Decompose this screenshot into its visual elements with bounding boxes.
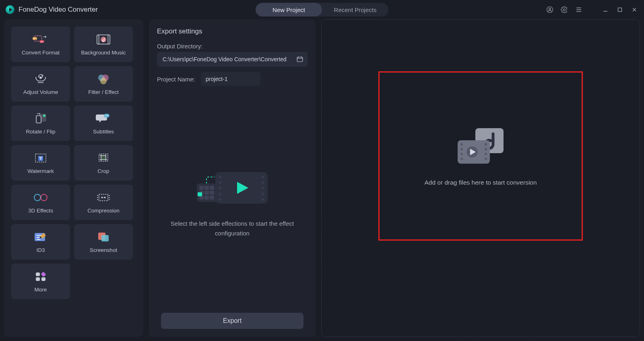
effect-preview-icon xyxy=(192,161,272,209)
svg-point-73 xyxy=(485,143,487,146)
tool-subtitles[interactable]: Subtitles xyxy=(74,106,133,141)
tool-screenshot[interactable]: Screenshot xyxy=(74,224,133,260)
more-icon xyxy=(33,270,49,283)
close-icon[interactable] xyxy=(630,6,638,14)
id3-icon xyxy=(33,231,49,243)
svg-point-71 xyxy=(460,153,463,155)
dropzone-panel[interactable]: Add or drag files here to start conversi… xyxy=(321,19,640,337)
svg-point-72 xyxy=(460,158,463,160)
svg-point-54 xyxy=(262,193,264,195)
svg-point-69 xyxy=(460,143,463,146)
convert-format-icon: MP4 AVI xyxy=(33,33,49,46)
adjust-volume-icon xyxy=(33,73,49,85)
dropzone-highlight-box: Add or drag files here to start conversi… xyxy=(378,71,583,241)
tool-label: Crop xyxy=(97,168,109,174)
svg-rect-65 xyxy=(210,195,214,200)
tool-crop[interactable]: Crop xyxy=(74,145,133,181)
menu-icon[interactable] xyxy=(575,6,583,14)
tool-label: Background Music xyxy=(81,50,126,56)
project-name-input[interactable] xyxy=(201,72,260,86)
svg-point-49 xyxy=(219,193,221,195)
svg-point-23 xyxy=(106,115,107,116)
svg-rect-59 xyxy=(210,186,214,190)
svg-point-76 xyxy=(485,158,487,160)
svg-rect-3 xyxy=(618,8,622,12)
svg-point-50 xyxy=(219,198,221,201)
svg-point-20 xyxy=(43,114,45,117)
export-settings-panel: Export settings Output Directory: C:\Use… xyxy=(149,19,316,337)
svg-point-47 xyxy=(219,181,221,184)
tool-filter-effect[interactable]: Filter / Effect xyxy=(74,66,133,102)
output-directory-field[interactable]: C:\Users\pc\FoneDog Video Converter\Conv… xyxy=(157,52,308,67)
tool-background-music[interactable]: Background Music xyxy=(74,27,133,62)
svg-point-24 xyxy=(107,115,108,116)
svg-rect-44 xyxy=(297,57,303,62)
tool-label: Rotate / Flip xyxy=(26,129,56,135)
dropzone-text: Add or drag files here to start conversi… xyxy=(424,179,537,186)
tool-3d-effects[interactable]: 3D Effects xyxy=(11,185,70,220)
svg-point-13 xyxy=(40,77,41,79)
svg-rect-61 xyxy=(204,191,209,195)
effect-hint-text: Select the left side effections to start… xyxy=(157,219,308,238)
minimize-icon[interactable] xyxy=(601,6,609,14)
svg-point-52 xyxy=(262,181,264,184)
svg-rect-43 xyxy=(41,277,45,281)
screenshot-icon xyxy=(95,231,111,243)
tool-label: More xyxy=(35,287,47,293)
svg-point-2 xyxy=(564,9,566,11)
tool-label: 3D Effects xyxy=(28,208,53,214)
tab-recent-projects[interactable]: Recent Projects xyxy=(322,3,388,17)
rotate-flip-icon xyxy=(33,112,49,125)
watermark-icon: T xyxy=(33,152,49,164)
output-directory-value: C:\Users\pc\FoneDog Video Converter\Conv… xyxy=(163,56,287,62)
svg-point-46 xyxy=(219,176,221,178)
settings-icon[interactable] xyxy=(560,6,568,14)
output-directory-label: Output Directory: xyxy=(157,43,308,50)
export-button[interactable]: Export xyxy=(161,313,303,329)
svg-rect-33 xyxy=(99,194,108,201)
tab-new-project[interactable]: New Project xyxy=(256,3,322,17)
svg-rect-57 xyxy=(199,186,204,190)
svg-point-74 xyxy=(485,148,487,150)
effect-preview-placeholder: Select the left side effections to start… xyxy=(157,86,308,313)
svg-point-53 xyxy=(262,187,264,189)
crop-icon xyxy=(95,152,111,164)
tool-label: Compression xyxy=(87,208,120,214)
tool-watermark[interactable]: T Watermark xyxy=(11,145,70,181)
export-settings-heading: Export settings xyxy=(157,27,308,35)
tool-label: Screenshot xyxy=(90,247,117,253)
app-title: FoneDog Video Converter xyxy=(19,6,98,14)
browse-folder-icon[interactable] xyxy=(296,56,303,63)
app-brand: FoneDog Video Converter xyxy=(6,5,98,14)
tool-label: Filter / Effect xyxy=(88,89,119,95)
dropzone-media-icon xyxy=(454,126,507,166)
svg-rect-64 xyxy=(204,195,209,200)
subtitles-icon xyxy=(95,112,111,125)
svg-point-30 xyxy=(34,194,41,201)
tool-compression[interactable]: Compression xyxy=(74,185,133,220)
svg-point-17 xyxy=(100,78,107,84)
svg-rect-62 xyxy=(210,191,214,195)
tool-label: ID3 xyxy=(36,247,45,253)
tool-adjust-volume[interactable]: Adjust Volume xyxy=(11,66,70,102)
svg-point-75 xyxy=(485,153,487,155)
maximize-icon[interactable] xyxy=(616,6,624,14)
tool-id3[interactable]: ID3 xyxy=(11,224,70,260)
tools-sidebar: MP4 AVI Convert Format Background Music xyxy=(4,19,143,337)
account-icon[interactable] xyxy=(546,6,554,14)
tool-convert-format[interactable]: MP4 AVI Convert Format xyxy=(11,27,70,62)
compression-icon xyxy=(95,191,111,204)
svg-rect-18 xyxy=(36,116,41,123)
tool-label: Convert Format xyxy=(22,50,60,56)
svg-rect-41 xyxy=(41,271,46,277)
project-tabs: New Project Recent Projects xyxy=(256,3,388,17)
svg-point-48 xyxy=(219,187,221,189)
filter-effect-icon xyxy=(95,73,111,85)
tool-label: Subtitles xyxy=(93,129,114,135)
tool-more[interactable]: More xyxy=(11,264,70,299)
app-logo-icon xyxy=(6,5,14,14)
3d-effects-icon xyxy=(33,191,49,204)
project-name-label: Project Name: xyxy=(157,76,195,83)
tool-rotate-flip[interactable]: Rotate / Flip xyxy=(11,106,70,141)
svg-text:T: T xyxy=(39,156,42,160)
